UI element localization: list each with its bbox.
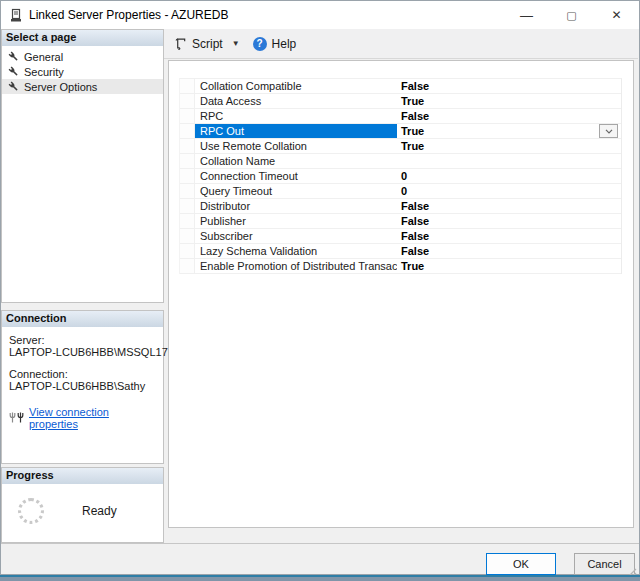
connection-panel: Connection Server: LAPTOP-LCUB6HBB\MSSQL…: [1, 310, 164, 464]
progress-status: Ready: [82, 504, 117, 518]
property-value[interactable]: False: [397, 214, 621, 228]
grid-row[interactable]: Data AccessTrue: [180, 94, 621, 109]
row-gutter: [180, 154, 195, 168]
grid-row[interactable]: RPCFalse: [180, 109, 621, 124]
help-icon: ?: [253, 37, 267, 51]
property-name: Data Access: [195, 94, 397, 108]
page-tree: GeneralSecurityServer Options: [2, 46, 163, 94]
close-button[interactable]: ✕: [594, 1, 639, 29]
sidebar-item-security[interactable]: Security: [2, 64, 163, 79]
progress-panel: Progress Ready: [1, 467, 164, 543]
view-connection-properties-link[interactable]: View connection properties: [29, 406, 159, 430]
row-gutter: [180, 79, 195, 93]
property-name: Connection Timeout: [195, 169, 397, 183]
property-name: Collation Name: [195, 154, 397, 168]
connection-value: LAPTOP-LCUB6HBB\Sathy: [9, 380, 159, 392]
wrench-icon: [8, 51, 19, 62]
window-title: Linked Server Properties - AZUREDB: [29, 8, 228, 22]
property-value[interactable]: False: [397, 244, 621, 258]
property-name: Collation Compatible: [195, 79, 397, 93]
property-value[interactable]: True: [397, 139, 621, 153]
server-window-icon: [9, 8, 23, 23]
property-value[interactable]: False: [397, 199, 621, 213]
row-gutter: [180, 199, 195, 213]
minimize-button[interactable]: —: [504, 1, 549, 29]
titlebar: Linked Server Properties - AZUREDB — ▢ ✕: [1, 1, 639, 29]
property-name: Use Remote Collation: [195, 139, 397, 153]
grid-row[interactable]: Enable Promotion of Distributed Transact…: [180, 259, 621, 274]
property-name: Lazy Schema Validation: [195, 244, 397, 258]
progress-spinner-icon: [18, 498, 44, 524]
wrench-icon: [8, 66, 19, 77]
property-value[interactable]: True: [397, 94, 621, 108]
server-value: LAPTOP-LCUB6HBB\MSSQL17: [9, 346, 159, 358]
property-name: Publisher: [195, 214, 397, 228]
footer-separator: [1, 543, 639, 544]
sidebar-item-server-options[interactable]: Server Options: [2, 79, 163, 94]
value-dropdown-button[interactable]: [599, 124, 618, 138]
property-value[interactable]: False: [397, 109, 621, 123]
sidebar-item-label: General: [24, 51, 63, 63]
progress-header: Progress: [2, 468, 163, 484]
property-value[interactable]: [397, 154, 621, 168]
script-scroll-icon: [174, 37, 187, 50]
grid-row[interactable]: DistributorFalse: [180, 199, 621, 214]
property-name: Enable Promotion of Distributed Transact…: [195, 259, 397, 273]
property-value[interactable]: True: [397, 259, 621, 273]
maximize-button[interactable]: ▢: [549, 1, 594, 29]
row-gutter: [180, 94, 195, 108]
property-value[interactable]: True: [397, 124, 621, 138]
property-value[interactable]: 0: [397, 169, 621, 183]
script-dropdown-arrow[interactable]: ▼: [229, 39, 243, 48]
server-options-page: Collation CompatibleFalseData AccessTrue…: [168, 60, 634, 528]
help-button-label: Help: [272, 37, 297, 51]
select-a-page-panel: Select a page GeneralSecurityServer Opti…: [1, 29, 164, 303]
grid-row[interactable]: SubscriberFalse: [180, 229, 621, 244]
taskbar-edge: [0, 575, 640, 581]
help-button[interactable]: ? Help: [253, 37, 297, 51]
taskbar-accent-line: [0, 575, 640, 577]
connection-properties-icon: [9, 412, 25, 424]
row-gutter: [180, 229, 195, 243]
row-gutter: [180, 259, 195, 273]
grid-row[interactable]: Connection Timeout0: [180, 169, 621, 184]
grid-row[interactable]: RPC OutTrue: [180, 124, 621, 139]
row-gutter: [180, 244, 195, 258]
property-name: Query Timeout: [195, 184, 397, 198]
server-label: Server:: [9, 334, 159, 346]
row-gutter: [180, 214, 195, 228]
grid-row[interactable]: Collation Name: [180, 154, 621, 169]
property-value[interactable]: False: [397, 229, 621, 243]
cancel-button[interactable]: Cancel: [574, 553, 635, 575]
script-button-label: Script: [192, 37, 223, 51]
property-name: RPC: [195, 109, 397, 123]
property-name: Distributor: [195, 199, 397, 213]
row-gutter: [180, 124, 195, 138]
grid-row[interactable]: PublisherFalse: [180, 214, 621, 229]
connection-label: Connection:: [9, 368, 159, 380]
property-grid: Collation CompatibleFalseData AccessTrue…: [179, 78, 622, 274]
wrench-icon: [8, 81, 19, 92]
sidebar-item-label: Security: [24, 66, 64, 78]
grid-row[interactable]: Use Remote CollationTrue: [180, 139, 621, 154]
property-name: Subscriber: [195, 229, 397, 243]
property-value[interactable]: 0: [397, 184, 621, 198]
connection-header: Connection: [2, 311, 163, 327]
sidebar-item-general[interactable]: General: [2, 49, 163, 64]
row-gutter: [180, 169, 195, 183]
row-gutter: [180, 184, 195, 198]
grid-row[interactable]: Collation CompatibleFalse: [180, 79, 621, 94]
linked-server-properties-dialog: Linked Server Properties - AZUREDB — ▢ ✕…: [0, 0, 640, 575]
toolbar: Script ▼ ? Help: [164, 29, 638, 59]
script-button[interactable]: Script: [174, 37, 223, 51]
property-name: RPC Out: [195, 124, 397, 138]
grid-row[interactable]: Lazy Schema ValidationFalse: [180, 244, 621, 259]
row-gutter: [180, 139, 195, 153]
sidebar-item-label: Server Options: [24, 81, 97, 93]
ok-button[interactable]: OK: [486, 553, 556, 575]
row-gutter: [180, 109, 195, 123]
select-a-page-header: Select a page: [2, 30, 163, 46]
grid-row[interactable]: Query Timeout0: [180, 184, 621, 199]
chevron-down-icon: [605, 129, 613, 134]
property-value[interactable]: False: [397, 79, 621, 93]
